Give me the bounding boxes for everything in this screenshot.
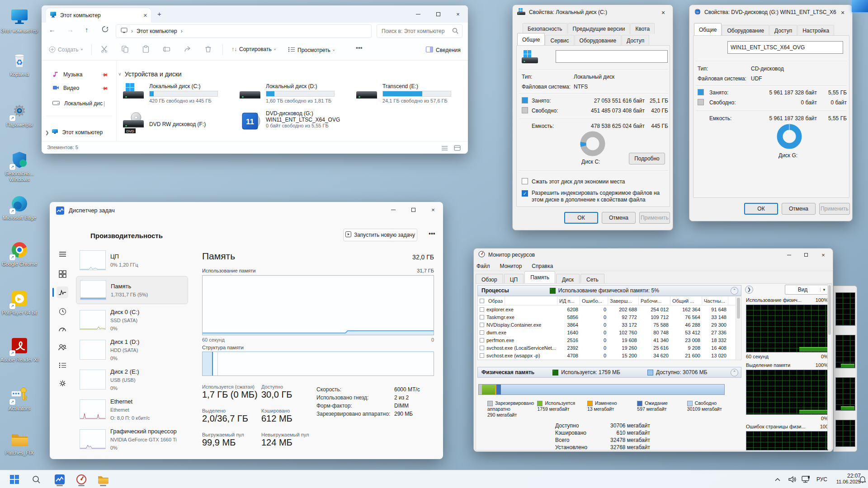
minimize-button[interactable] xyxy=(780,249,797,260)
close-icon[interactable]: × xyxy=(656,8,670,18)
menu-item[interactable]: Справка xyxy=(529,262,556,270)
thumbnail-view-icon[interactable] xyxy=(454,145,461,153)
tab-hardware[interactable]: Оборудование xyxy=(722,25,769,36)
desktop-icon-patches-fix[interactable]: Patches_FIX xyxy=(0,428,39,456)
desktop-icon-activators[interactable]: ↗ Activators xyxy=(0,384,39,412)
drive-item-f[interactable]: DVD DVD RW дисковод (F:) xyxy=(122,112,206,136)
services-icon[interactable] xyxy=(57,377,68,389)
view-button[interactable]: Просмотреть˅ xyxy=(288,46,335,54)
tray-chevron-icon[interactable] xyxy=(771,472,784,487)
scrollbar[interactable] xyxy=(827,284,832,450)
taskbar-task-manager[interactable] xyxy=(51,472,69,487)
view-dropdown[interactable]: Вид ▼ xyxy=(785,285,828,295)
details-icon[interactable] xyxy=(57,359,68,371)
checkbox[interactable] xyxy=(480,323,484,327)
breadcrumb-item[interactable]: Этот компьютер xyxy=(137,28,177,34)
app-history-icon[interactable] xyxy=(57,305,68,317)
more-options-icon[interactable]: ••• xyxy=(429,230,435,237)
desktop-icon-chrome[interactable]: ↗ Google Chrome xyxy=(0,239,39,267)
checkbox[interactable] xyxy=(480,338,484,343)
checkbox[interactable] xyxy=(480,346,484,350)
sidebar-item-music[interactable]: Музыка 📌 xyxy=(42,69,114,80)
language-indicator[interactable]: РУС xyxy=(816,476,827,483)
explorer-tab[interactable]: Этот компьютер ✕ xyxy=(46,8,151,23)
maximize-button[interactable] xyxy=(797,249,815,260)
sidebar-item-video[interactable]: Видео 📌 xyxy=(42,82,114,94)
checkbox[interactable] xyxy=(480,353,484,358)
devices-section-header[interactable]: ˅ Устройства и диски xyxy=(118,70,182,78)
clock[interactable]: 22:07 11.06.2025 xyxy=(833,473,861,484)
back-icon[interactable]: ← xyxy=(49,26,56,33)
process-row[interactable]: NVDisplay.Container.exe 3864 0 33 172 75… xyxy=(478,321,741,328)
checkbox[interactable] xyxy=(480,299,484,303)
process-row[interactable]: perfmon.exe 2516 0 19 608 41 340 23 008 … xyxy=(478,336,741,344)
ok-button[interactable]: ОК xyxy=(564,212,598,224)
tab-quota[interactable]: Квота xyxy=(630,23,655,34)
notifications-bell-icon[interactable] xyxy=(857,472,868,487)
maximize-button[interactable] xyxy=(403,202,423,217)
breadcrumb[interactable]: › Этот компьютер › xyxy=(116,24,372,38)
index-checkbox[interactable]: ✓ xyxy=(522,190,528,197)
apply-button[interactable]: Применить xyxy=(819,203,850,215)
desktop-icon-settings[interactable]: ⚙↗ Параметры xyxy=(0,100,39,128)
tab-sharing[interactable]: Доступ xyxy=(769,25,797,36)
collapse-chevron-icon[interactable]: ⌃ xyxy=(731,287,738,295)
forward-icon[interactable]: → xyxy=(67,26,74,33)
performance-icon[interactable] xyxy=(57,286,68,298)
maximize-button[interactable] xyxy=(428,6,448,22)
desktop-icon-windows-security[interactable]: ↗ Безопасно... Windows xyxy=(0,149,39,183)
physical-memory-section-header[interactable]: Физическая память Используется: 1759 МБ … xyxy=(477,367,741,378)
minimize-button[interactable] xyxy=(383,202,403,217)
delete-icon[interactable] xyxy=(204,45,212,53)
list-view-icon[interactable] xyxy=(441,145,448,153)
settings-gear-icon[interactable] xyxy=(57,456,68,459)
tab-customize[interactable]: Настройка xyxy=(797,25,834,36)
search-box[interactable] xyxy=(377,24,462,38)
sidebar-item-local-disk[interactable]: Локальный дис | xyxy=(42,98,114,109)
perf-item-cpu[interactable]: ЦП0% 1,20 ГГц xyxy=(76,246,188,274)
refresh-icon[interactable] xyxy=(101,25,109,35)
processes-icon[interactable] xyxy=(57,268,68,280)
perf-item-gpu[interactable]: Графический процессорNVIDIA GeForce GTX … xyxy=(76,425,188,453)
collapse-chevron-icon[interactable]: ⌃ xyxy=(731,369,738,376)
run-new-task-button[interactable]: Запустить новую задачу xyxy=(343,229,417,241)
tab-general[interactable]: Общие xyxy=(694,23,722,36)
tab-sharing[interactable]: Доступ xyxy=(622,35,649,46)
volume-icon[interactable] xyxy=(786,472,798,487)
perf-item-disk2[interactable]: Диск 2 (E:)USB (USB)0% xyxy=(76,366,188,394)
menu-item[interactable]: Файл xyxy=(474,262,493,270)
cancel-button[interactable]: Отмена xyxy=(602,212,636,224)
tab-close-icon[interactable]: ✕ xyxy=(143,13,147,19)
perf-item-memory[interactable]: Память1,7/31,7 ГБ (5%) xyxy=(76,276,188,304)
users-icon[interactable] xyxy=(57,341,68,353)
tab-memory[interactable]: Память xyxy=(524,271,555,283)
taskbar-resource-monitor[interactable] xyxy=(72,472,90,487)
taskbar-explorer[interactable] xyxy=(94,472,112,487)
tab-previous-versions[interactable]: Предыдущие версии xyxy=(568,23,630,34)
details-pane-button[interactable]: Сведения xyxy=(426,46,461,54)
expand-chevron-icon[interactable]: ❯ xyxy=(745,286,753,294)
rename-icon[interactable] xyxy=(163,45,171,53)
perf-item-ethernet[interactable]: EthernetEthernetО: 8,0 П: 0 кбит/с xyxy=(76,395,188,423)
tab-tools[interactable]: Сервис xyxy=(545,35,574,46)
volume-label-input[interactable] xyxy=(556,50,668,63)
start-button[interactable] xyxy=(5,472,24,487)
search-input[interactable] xyxy=(382,28,452,34)
volume-label-input[interactable] xyxy=(727,41,843,54)
processes-section-header[interactable]: Процессы Использование физической памяти… xyxy=(477,285,741,296)
close-icon[interactable]: × xyxy=(836,8,849,18)
checkbox[interactable] xyxy=(480,330,484,335)
compress-checkbox[interactable] xyxy=(522,178,528,184)
network-icon[interactable] xyxy=(799,472,813,487)
process-row[interactable]: Taskmgr.exe 5856 0 92 772 109 712 76 564… xyxy=(478,313,741,321)
minimize-button[interactable] xyxy=(408,6,428,22)
search-button[interactable] xyxy=(27,472,45,487)
create-button[interactable]: Создать˅ xyxy=(49,46,83,53)
new-tab-button[interactable]: + xyxy=(157,10,161,18)
index-checkbox-label[interactable]: Разрешить индексировать содержимое файло… xyxy=(532,190,665,203)
details-button[interactable]: Подробно xyxy=(629,153,665,164)
cancel-button[interactable]: Отмена xyxy=(782,203,816,215)
close-button[interactable]: × xyxy=(448,6,468,22)
desktop-icon-potplayer[interactable]: ▶↗ PotPlayer 64 bit xyxy=(0,288,39,316)
scrollbar[interactable] xyxy=(736,297,741,359)
